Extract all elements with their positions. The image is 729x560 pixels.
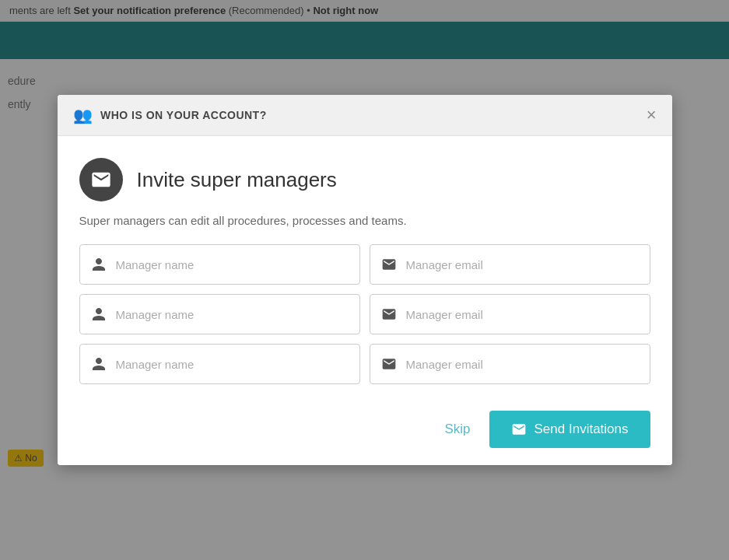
person-icon-1 (91, 257, 107, 272)
name-input-wrapper-1 (79, 244, 360, 285)
modal-header: 👥 WHO IS ON YOUR ACCOUNT? × (58, 95, 672, 136)
manager-email-input-1[interactable] (406, 258, 639, 271)
modal-description: Super managers can edit all procedures, … (79, 214, 650, 227)
invite-title: Invite super managers (137, 168, 337, 192)
form-grid (79, 244, 650, 384)
envelope-circle-icon (79, 158, 123, 201)
email-input-wrapper-1 (370, 244, 650, 285)
name-input-wrapper-3 (79, 344, 360, 384)
manager-email-input-2[interactable] (406, 308, 639, 321)
email-icon-2 (381, 306, 397, 322)
email-input-wrapper-2 (370, 294, 650, 334)
person-icon-3 (91, 356, 107, 372)
manager-name-input-3[interactable] (116, 358, 349, 371)
skip-button[interactable]: Skip (441, 415, 473, 443)
email-icon-1 (381, 257, 397, 272)
person-icon-2 (91, 306, 107, 322)
modal-footer: Skip Send Invitations (58, 400, 672, 465)
email-input-wrapper-3 (370, 344, 650, 384)
send-envelope-icon (511, 422, 527, 437)
manager-name-input-1[interactable] (116, 258, 349, 271)
modal-body: Invite super managers Super managers can… (58, 136, 672, 400)
modal-title-row: Invite super managers (79, 158, 650, 201)
email-icon-3 (381, 356, 397, 372)
modal-header-title: 👥 WHO IS ON YOUR ACCOUNT? (73, 106, 267, 124)
envelope-icon (90, 169, 112, 191)
modal-title-label: WHO IS ON YOUR ACCOUNT? (100, 109, 267, 121)
modal-close-button[interactable]: × (647, 107, 657, 124)
name-input-wrapper-2 (79, 294, 360, 334)
manager-email-input-3[interactable] (406, 358, 639, 371)
manager-name-input-2[interactable] (116, 308, 349, 321)
modal: 👥 WHO IS ON YOUR ACCOUNT? × Invite super… (58, 95, 672, 465)
people-icon: 👥 (73, 106, 93, 124)
send-invitations-label: Send Invitations (534, 422, 629, 437)
send-invitations-button[interactable]: Send Invitations (489, 411, 650, 448)
